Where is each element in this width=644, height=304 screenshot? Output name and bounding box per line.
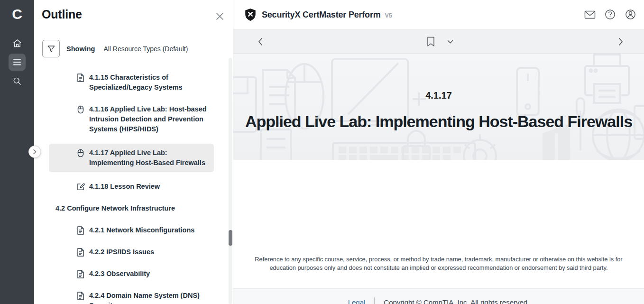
filter-showing-label: Showing [66, 45, 95, 53]
funnel-icon [47, 45, 55, 53]
outline-item-label: 4.2.2 IPS/IDS Issues [89, 247, 154, 257]
document-icon [77, 226, 85, 235]
outline-item[interactable]: 4.2.2 IPS/IDS Issues [49, 245, 214, 259]
lesson-title: Applied Live Lab: Implementing Host-Base… [245, 112, 632, 131]
app-header: SecurityX CertMaster Perform V5 [233, 0, 644, 29]
outline-section-heading[interactable]: 4.2 Configure Network Infrastructure [49, 201, 214, 216]
outline-item[interactable]: 4.2.1 Network Misconfigurations [49, 223, 214, 238]
mouse-icon [77, 149, 85, 157]
lesson-hero-banner: 4.1.17 Applied Live Lab: Implementing Ho… [233, 54, 644, 160]
home-icon [12, 38, 22, 48]
outline-item-label: 4.2.4 Domain Name System (DNS) Security [89, 291, 209, 304]
hero-content: 4.1.17 Applied Live Lab: Implementing Ho… [233, 54, 644, 160]
outline-close-button[interactable] [213, 9, 226, 23]
outline-panel: Outline Showing All Resource Types (Defa… [34, 0, 233, 304]
document-icon [77, 248, 85, 257]
rail-search-button[interactable] [9, 73, 26, 90]
footer-divider [374, 297, 375, 304]
app-title: SecurityX CertMaster Perform [262, 10, 381, 20]
bookmark-menu-button[interactable] [442, 29, 458, 54]
disclaimer-text: Reference to any specific course, servic… [254, 255, 624, 272]
outline-panel-title: Outline [42, 8, 82, 21]
content-toolbar [233, 29, 644, 54]
outline-item[interactable]: 4.1.15 Characteristics of Specialized/Le… [49, 70, 214, 95]
main-content: SecurityX CertMaster Perform V5 [233, 0, 644, 304]
chevron-left-icon [258, 37, 263, 46]
panel-collapse-button[interactable] [28, 146, 41, 158]
shield-x-icon [244, 8, 257, 21]
outline-item-label: 4.1.15 Characteristics of Specialized/Le… [89, 73, 209, 92]
outline-item-label: 4.2.3 Observability [89, 269, 150, 279]
chevron-right-icon [32, 149, 37, 155]
legal-link[interactable]: Legal [348, 298, 366, 304]
rail-outline-button[interactable] [9, 54, 26, 71]
app-version-badge: V5 [385, 12, 392, 19]
filter-value: All Resource Types (Default) [103, 45, 188, 53]
rail-home-button[interactable] [9, 35, 26, 52]
filter-row: Showing All Resource Types (Default) [42, 40, 188, 57]
outline-list: 4.1.15 Characteristics of Specialized/Le… [34, 70, 230, 304]
outline-scrollbar-thumb[interactable] [229, 230, 232, 246]
outline-item[interactable]: 4.2.4 Domain Name System (DNS) Security [49, 288, 214, 304]
menu-icon [12, 58, 22, 66]
bookmark-button[interactable] [423, 29, 439, 54]
copyright-text: Copyright © CompTIA, Inc. All rights res… [384, 298, 529, 304]
outline-item-label: 4.1.18 Lesson Review [89, 182, 160, 192]
bookmark-icon [427, 37, 435, 47]
previous-page-button[interactable] [252, 29, 268, 54]
search-icon [12, 76, 22, 86]
comptia-logo: C [0, 5, 34, 24]
outline-item-label: 4.2.1 Network Misconfigurations [89, 225, 194, 235]
outline-scrollbar[interactable] [229, 58, 232, 304]
app-window: C Outline [0, 0, 644, 304]
filter-button[interactable] [42, 40, 60, 57]
outline-item[interactable]: 4.1.18 Lesson Review [49, 179, 214, 194]
outline-item[interactable]: 4.2.3 Observability [49, 267, 214, 281]
outline-section-label: 4.2 Configure Network Infrastructure [55, 203, 175, 213]
chevron-down-icon [447, 40, 453, 44]
brand: SecurityX CertMaster Perform V5 [244, 8, 392, 21]
header-actions [584, 9, 636, 20]
close-icon [216, 12, 224, 20]
outline-item-label: 4.1.16 Applied Live Lab: Host-based Intr… [89, 104, 209, 134]
outline-item[interactable]: 4.1.16 Applied Live Lab: Host-based Intr… [49, 102, 214, 137]
next-page-button[interactable] [613, 29, 629, 54]
edit-icon [77, 183, 85, 191]
mouse-icon [77, 105, 85, 114]
document-icon [77, 74, 85, 82]
page-footer: Legal Copyright © CompTIA, Inc. All righ… [233, 288, 644, 304]
help-icon[interactable] [604, 9, 616, 20]
document-icon [77, 292, 85, 300]
chevron-right-icon [618, 37, 624, 46]
document-icon [77, 270, 85, 278]
account-icon[interactable] [625, 9, 636, 20]
lesson-number: 4.1.17 [425, 90, 452, 101]
outline-item-label: 4.1.17 Applied Live Lab: Implementing Ho… [89, 148, 209, 168]
outline-item-selected[interactable]: 4.1.17 Applied Live Lab: Implementing Ho… [49, 144, 214, 172]
mail-icon[interactable] [584, 9, 596, 20]
